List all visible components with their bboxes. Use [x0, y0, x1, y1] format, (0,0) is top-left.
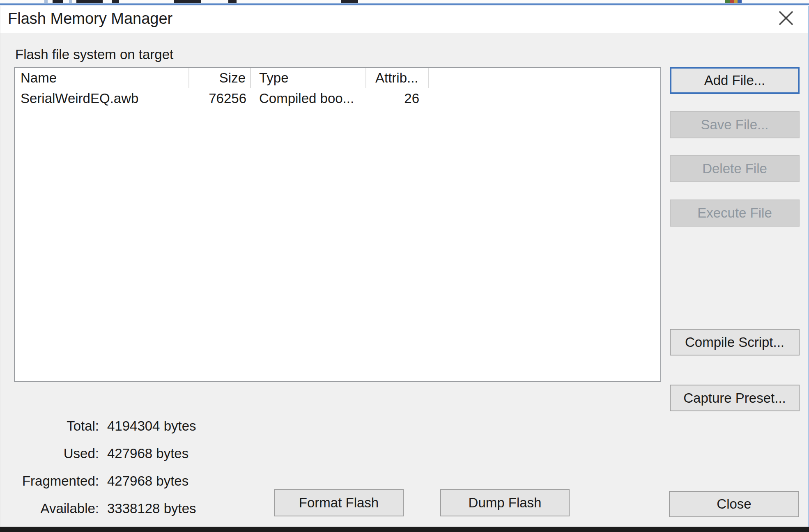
file-name-cell: SerialWeirdEQ.awb [15, 88, 189, 110]
flash-memory-manager-dialog: Flash Memory Manager Flash file system o… [0, 6, 809, 527]
background-window-edge [0, 0, 809, 6]
file-attrib-cell: 26 [366, 88, 429, 110]
dump-flash-button[interactable]: Dump Flash [440, 489, 570, 516]
memory-stats: Total: 4194304 bytes Used: 427968 bytes … [17, 418, 196, 528]
format-flash-button[interactable]: Format Flash [274, 489, 404, 516]
close-icon [778, 10, 794, 26]
stat-fragmented-value: 427968 bytes [107, 473, 188, 489]
file-row[interactable]: SerialWeirdEQ.awb 76256 Compiled boo... … [15, 88, 660, 110]
stat-total: Total: 4194304 bytes [17, 418, 196, 435]
stat-fragmented: Fragmented: 427968 bytes [17, 473, 196, 490]
file-size-cell: 76256 [189, 88, 251, 110]
stat-used-value: 427968 bytes [107, 446, 188, 461]
title-bar: Flash Memory Manager [0, 6, 808, 33]
background-window-border [0, 3, 809, 5]
stat-available: Available: 3338128 bytes [17, 501, 196, 517]
background-dark-strip [0, 527, 809, 532]
list-group-label: Flash file system on target [15, 47, 173, 62]
stat-total-label: Total: [17, 418, 99, 434]
window-title: Flash Memory Manager [8, 6, 172, 33]
stat-fragmented-label: Fragmented: [17, 473, 99, 489]
compile-script-button[interactable]: Compile Script... [670, 329, 800, 355]
column-header-filler [429, 68, 660, 88]
screen: Flash Memory Manager Flash file system o… [0, 0, 809, 532]
close-dialog-button[interactable]: Close [669, 491, 799, 517]
column-header-name[interactable]: Name [15, 68, 189, 88]
stat-used-label: Used: [17, 446, 99, 461]
stat-available-label: Available: [17, 501, 99, 516]
save-file-button[interactable]: Save File... [670, 111, 800, 138]
capture-preset-button[interactable]: Capture Preset... [670, 385, 800, 411]
stat-available-value: 3338128 bytes [107, 501, 196, 516]
add-file-button[interactable]: Add File... [670, 67, 800, 94]
execute-file-button[interactable]: Execute File [670, 200, 800, 227]
stat-total-value: 4194304 bytes [107, 418, 196, 434]
flash-file-list[interactable]: Name Size Type Attrib... SerialWeirdEQ.a… [14, 67, 661, 382]
list-header: Name Size Type Attrib... [15, 68, 660, 88]
close-button[interactable] [776, 7, 796, 29]
stat-used: Used: 427968 bytes [17, 446, 196, 462]
column-header-type[interactable]: Type [251, 68, 366, 88]
column-header-attrib[interactable]: Attrib... [366, 68, 429, 88]
delete-file-button[interactable]: Delete File [670, 155, 800, 182]
column-header-size[interactable]: Size [189, 68, 251, 88]
file-type-cell: Compiled boo... [251, 88, 366, 110]
